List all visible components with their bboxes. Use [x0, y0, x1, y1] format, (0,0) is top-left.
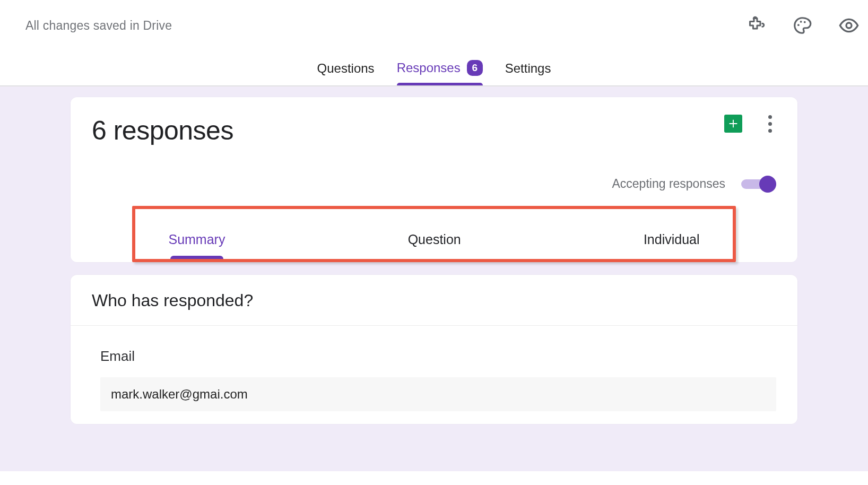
responses-count-badge: 6 [467, 60, 483, 76]
svg-point-2 [804, 21, 806, 23]
subtab-highlight-box: Summary Question Individual [132, 206, 735, 262]
response-subtabs: Summary Question Individual [135, 209, 732, 259]
subtab-question[interactable]: Question [408, 232, 461, 259]
main-tabs: Questions Responses 6 Settings [0, 55, 868, 86]
responses-title: 6 responses [92, 115, 233, 146]
tab-responses-label: Responses [397, 60, 461, 75]
addons-icon[interactable] [745, 15, 766, 36]
who-responded-title: Who has responded? [71, 275, 797, 326]
palette-icon[interactable] [792, 15, 813, 36]
svg-point-0 [797, 24, 800, 26]
sheets-icon[interactable] [724, 115, 742, 133]
tab-settings[interactable]: Settings [505, 55, 551, 85]
who-responded-card: Who has responded? Email mark.walker@gma… [71, 275, 797, 424]
save-status: All changes saved in Drive [25, 19, 172, 33]
preview-icon[interactable] [838, 15, 860, 36]
svg-point-3 [846, 23, 852, 28]
more-menu-icon[interactable] [763, 113, 776, 134]
accepting-responses-label: Accepting responses [612, 177, 725, 191]
respondent-email: mark.walker@gmai.com [100, 377, 776, 411]
subtab-individual[interactable]: Individual [644, 232, 700, 259]
responses-card: 6 responses Accepting responses [71, 97, 797, 262]
accepting-responses-toggle[interactable] [741, 179, 772, 189]
svg-point-1 [800, 21, 802, 23]
tab-questions[interactable]: Questions [317, 55, 375, 85]
tab-responses[interactable]: Responses 6 [397, 54, 483, 85]
email-column-label: Email [100, 348, 776, 365]
subtab-summary[interactable]: Summary [168, 232, 225, 259]
